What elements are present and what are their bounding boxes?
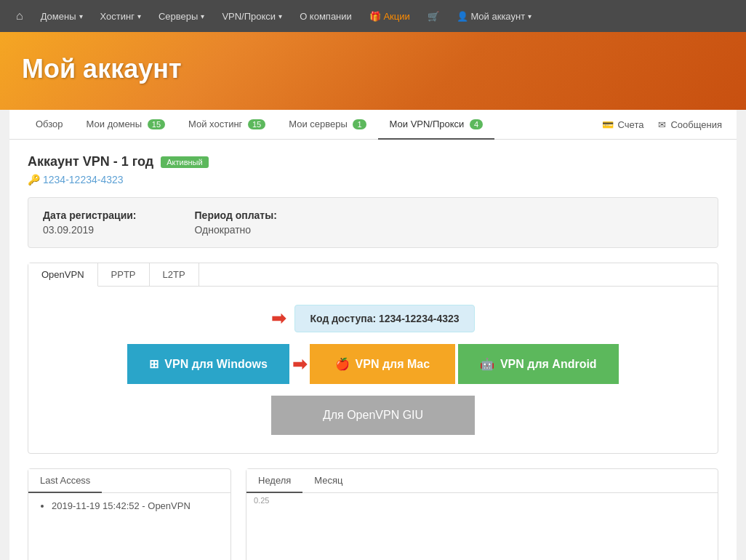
last-access-panel: Last Access 2019-11-19 15:42:52 - OpenVP… bbox=[28, 468, 231, 560]
tab-hosting[interactable]: Мой хостинг 15 bbox=[177, 110, 277, 140]
tab-last-access[interactable]: Last Access bbox=[28, 469, 102, 493]
messages-link[interactable]: ✉ Сообщения bbox=[658, 119, 722, 130]
account-id: 🔑 1234-12234-4323 bbox=[28, 174, 718, 185]
chevron-down-icon: ▾ bbox=[137, 12, 141, 20]
android-vpn-button[interactable]: 🤖 VPN для Android bbox=[458, 344, 619, 384]
account-title-row: Аккаунт VPN - 1 год Активный bbox=[28, 154, 718, 169]
page-title: Мой аккаунт bbox=[22, 54, 724, 84]
servers-badge: 1 bbox=[353, 119, 366, 129]
apple-icon: 🍎 bbox=[335, 357, 350, 371]
access-code-row: ➡ Код доступа: 1234-12234-4323 bbox=[271, 305, 474, 332]
tab-week[interactable]: Неделя bbox=[246, 469, 302, 493]
tab-openvpn[interactable]: OpenVPN bbox=[28, 263, 98, 287]
windows-icon: ⊞ bbox=[149, 357, 159, 371]
chart-body bbox=[246, 508, 718, 560]
chevron-down-icon: ▾ bbox=[79, 12, 83, 20]
access-code-box: Код доступа: 1234-12234-4323 bbox=[294, 305, 474, 332]
last-access-tabs: Last Access bbox=[28, 469, 230, 493]
page-body: Аккаунт VPN - 1 год Активный 🔑 1234-1223… bbox=[9, 140, 737, 560]
hero-banner: Мой аккаунт bbox=[0, 32, 746, 110]
chevron-down-icon: ▾ bbox=[528, 12, 532, 20]
chevron-down-icon: ▾ bbox=[278, 12, 282, 20]
status-badge: Активный bbox=[161, 156, 208, 168]
invoices-link[interactable]: 💳 Счета bbox=[602, 119, 644, 130]
tab-domains[interactable]: Мои домены 15 bbox=[75, 110, 177, 140]
nav-home[interactable]: ⌂ bbox=[7, 0, 32, 32]
reg-date-field: Дата регистрации: 03.09.2019 bbox=[43, 209, 137, 236]
arrow-right-icon: ➡ bbox=[271, 308, 286, 329]
vpn-badge: 4 bbox=[470, 119, 483, 129]
mac-vpn-button[interactable]: 🍎 VPN для Mac bbox=[310, 344, 455, 384]
domains-badge: 15 bbox=[148, 119, 165, 129]
tab-pptp[interactable]: PPTP bbox=[98, 263, 150, 286]
nav-vpn[interactable]: VPN/Прокси ▾ bbox=[213, 0, 291, 32]
info-block: Дата регистрации: 03.09.2019 Период опла… bbox=[28, 197, 718, 248]
account-title: Аккаунт VPN - 1 год bbox=[28, 154, 153, 169]
chart-tabs: Неделя Месяц bbox=[246, 469, 718, 493]
vpn-tab-body: ➡ Код доступа: 1234-12234-4323 ⊞ VPN для… bbox=[28, 287, 718, 453]
arrow-between-icon: ➡ bbox=[292, 354, 307, 375]
vpn-protocol-tabs: OpenVPN PPTP L2TP bbox=[28, 263, 718, 287]
bottom-section: Last Access 2019-11-19 15:42:52 - OpenVP… bbox=[28, 468, 718, 560]
tab-overview[interactable]: Обзор bbox=[24, 110, 75, 140]
nav-servers[interactable]: Серверы ▾ bbox=[150, 0, 213, 32]
navbar: ⌂ Домены ▾ Хостинг ▾ Серверы ▾ VPN/Прокс… bbox=[0, 0, 746, 32]
android-icon: 🤖 bbox=[480, 357, 494, 371]
nav-promotions[interactable]: 🎁 Акции bbox=[361, 0, 419, 32]
nav-about[interactable]: О компании bbox=[291, 0, 361, 32]
tab-vpn[interactable]: Мои VPN/Прокси 4 bbox=[378, 110, 495, 140]
hosting-badge: 15 bbox=[248, 119, 265, 129]
chevron-down-icon: ▾ bbox=[201, 12, 204, 20]
envelope-icon: ✉ bbox=[658, 119, 666, 130]
tabs-right-actions: 💳 Счета ✉ Сообщения bbox=[602, 119, 722, 130]
openvpn-gui-button[interactable]: Для OpenVPN GIU bbox=[271, 396, 475, 435]
main-tabs: Обзор Мои домены 15 Мой хостинг 15 Мои с… bbox=[9, 110, 737, 140]
home-icon: ⌂ bbox=[16, 9, 23, 23]
tab-servers[interactable]: Мои серверы 1 bbox=[277, 110, 377, 140]
invoice-icon: 💳 bbox=[602, 119, 614, 130]
nav-cart[interactable]: 🛒 bbox=[419, 0, 448, 32]
nav-domains[interactable]: Домены ▾ bbox=[32, 0, 92, 32]
windows-vpn-button[interactable]: ⊞ VPN для Windows bbox=[127, 344, 289, 384]
payment-period-field: Период оплаты: Однократно bbox=[195, 209, 277, 236]
tab-month[interactable]: Месяц bbox=[302, 469, 354, 492]
vpn-tabs-container: OpenVPN PPTP L2TP ➡ Код доступа: 1234-12… bbox=[28, 263, 718, 454]
main-content: Обзор Мои домены 15 Мой хостинг 15 Мои с… bbox=[9, 110, 737, 560]
nav-account[interactable]: 👤 Мой аккаунт ▾ bbox=[448, 0, 540, 32]
tab-l2tp[interactable]: L2TP bbox=[150, 263, 199, 286]
chart-panel: Неделя Месяц 0.25 bbox=[246, 468, 718, 560]
list-item: 2019-11-19 15:42:52 - OpenVPN bbox=[52, 500, 219, 511]
chart-value-label: 0.25 bbox=[246, 493, 718, 508]
nav-hosting[interactable]: Хостинг ▾ bbox=[92, 0, 150, 32]
key-icon: 🔑 bbox=[28, 174, 40, 185]
last-access-content: 2019-11-19 15:42:52 - OpenVPN bbox=[28, 493, 230, 521]
